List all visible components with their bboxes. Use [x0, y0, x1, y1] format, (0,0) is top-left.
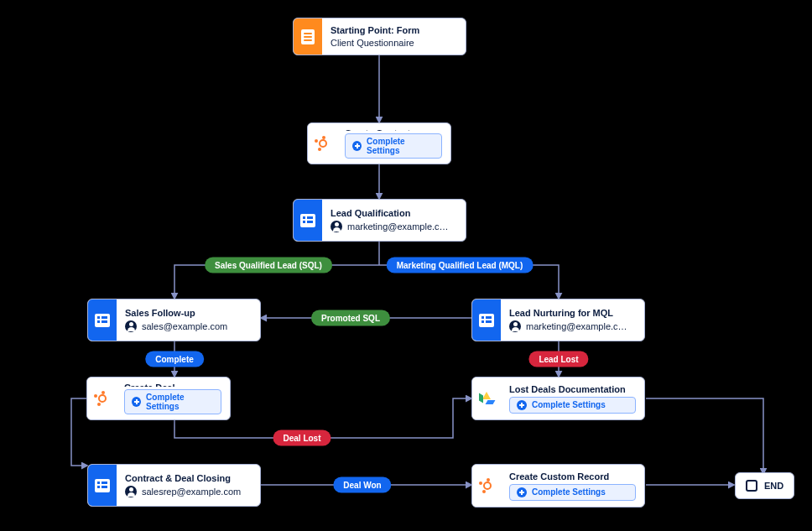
edge-label-mql: Marketing Qualified Lead (MQL)	[387, 258, 534, 273]
node-title: Starting Point: Form	[331, 25, 457, 35]
node-create-deal[interactable]: Create Deal Complete Settings	[86, 377, 231, 420]
node-subtitle: Client Questionnaire	[331, 38, 457, 48]
node-title: Lead Nurturing for MQL	[509, 308, 636, 318]
assignee-email: marketing@example.c…	[526, 321, 627, 331]
complete-settings-button[interactable]: Complete Settings	[509, 484, 636, 501]
complete-settings-button[interactable]: Complete Settings	[345, 133, 442, 159]
edge-label-lead-lost: Lead Lost	[528, 351, 588, 367]
settings-label: Complete Settings	[532, 487, 606, 497]
form-icon	[294, 18, 322, 55]
avatar-icon	[509, 320, 521, 332]
node-contract-closing[interactable]: Contract & Deal Closing salesrep@example…	[87, 464, 261, 507]
edge-label-deal-won: Deal Won	[333, 477, 391, 493]
complete-settings-button[interactable]: Complete Settings	[509, 397, 636, 414]
settings-label: Complete Settings	[532, 400, 606, 409]
plus-icon	[517, 400, 527, 410]
node-lead-nurturing[interactable]: Lead Nurturing for MQL marketing@example…	[471, 299, 645, 341]
node-title: Lead Qualification	[331, 208, 457, 218]
node-create-contact[interactable]: Create Contact Complete Settings	[307, 122, 451, 164]
node-start-form[interactable]: Starting Point: Form Client Questionnair…	[293, 18, 466, 55]
node-title: Lost Deals Documentation	[509, 384, 636, 394]
edge-label-deal-lost: Deal Lost	[273, 430, 331, 446]
edge-label-complete: Complete	[145, 351, 204, 367]
end-label: END	[764, 481, 783, 491]
assignee-email: salesrep@example.com	[142, 487, 241, 497]
node-title: Create Custom Record	[509, 471, 636, 482]
edge-label-promoted-sql: Promoted SQL	[311, 310, 390, 326]
avatar-icon	[125, 486, 137, 497]
plus-icon	[517, 487, 527, 497]
hubspot-icon	[87, 377, 116, 419]
workflow-canvas[interactable]: Starting Point: Form Client Questionnair…	[0, 0, 812, 531]
avatar-icon	[125, 320, 137, 332]
settings-label: Complete Settings	[146, 393, 214, 411]
stop-icon	[746, 480, 757, 492]
node-sales-follow-up[interactable]: Sales Follow-up sales@example.com	[87, 299, 261, 341]
node-create-custom-record[interactable]: Create Custom Record Complete Settings	[471, 464, 645, 508]
node-title: Create Deal	[124, 383, 221, 387]
avatar-icon	[331, 221, 342, 232]
hubspot-icon	[308, 123, 336, 164]
node-lead-qualification[interactable]: Lead Qualification marketing@example.c…	[293, 199, 466, 242]
node-title: Sales Follow-up	[125, 308, 252, 318]
node-end[interactable]: END	[735, 472, 794, 499]
task-icon	[294, 200, 322, 241]
node-lost-deals-doc[interactable]: Lost Deals Documentation Complete Settin…	[471, 377, 645, 420]
complete-settings-button[interactable]: Complete Settings	[124, 389, 221, 414]
hubspot-icon	[472, 465, 501, 507]
edge-label-sql: Sales Qualified Lead (SQL)	[205, 258, 332, 273]
plus-icon	[132, 397, 141, 407]
assignee-email: sales@example.com	[142, 321, 227, 331]
task-icon	[88, 465, 117, 506]
node-title: Create Contact	[345, 128, 442, 131]
task-icon	[472, 299, 501, 341]
assignee-email: marketing@example.c…	[347, 221, 449, 232]
task-icon	[88, 299, 117, 341]
settings-label: Complete Settings	[367, 137, 435, 155]
google-drive-icon	[472, 377, 501, 419]
node-title: Contract & Deal Closing	[125, 473, 252, 483]
plus-icon	[352, 141, 362, 151]
